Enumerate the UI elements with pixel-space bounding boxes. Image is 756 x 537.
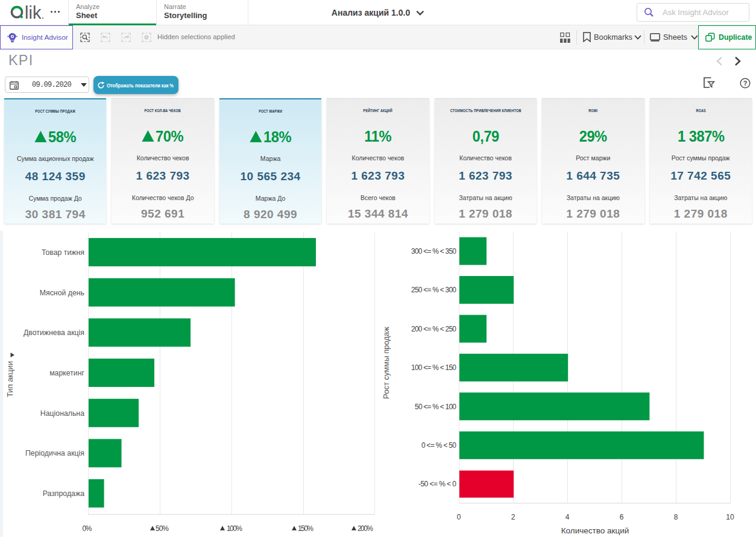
svg-text:Національна: Національна	[40, 409, 84, 418]
svg-text:0%: 0%	[83, 524, 92, 533]
svg-text:150%: 150%	[298, 524, 313, 533]
svg-text:250 <= % < 300: 250 <= % < 300	[411, 286, 456, 294]
svg-text:Разпродажа: Разпродажа	[43, 489, 84, 498]
svg-text:Мясной день: Мясной день	[40, 289, 84, 297]
svg-text:200%: 200%	[358, 524, 373, 533]
svg-text:2: 2	[511, 513, 515, 521]
svg-text:100 <= % < 150: 100 <= % < 150	[411, 363, 456, 372]
svg-text:?: ?	[743, 80, 748, 87]
svg-text:50 <= % < 100: 50 <= % < 100	[415, 403, 456, 411]
svg-text:100%: 100%	[227, 524, 242, 533]
svg-text:Количество акций: Количество акций	[561, 526, 629, 535]
svg-text:Товар тижня: Товар тижня	[42, 248, 84, 257]
svg-text:10: 10	[726, 513, 734, 521]
svg-text:6: 6	[620, 513, 624, 521]
svg-text:0: 0	[457, 513, 461, 521]
svg-text:маркетинг: маркетинг	[49, 369, 84, 377]
svg-text:50%: 50%	[156, 524, 169, 533]
svg-text:300 <= % < 350: 300 <= % < 350	[411, 247, 456, 256]
svg-text:-50 <= % < 0: -50 <= % < 0	[418, 480, 456, 488]
svg-text:Тип акции: Тип акции	[5, 361, 14, 397]
svg-text:0 <= % < 50: 0 <= % < 50	[421, 441, 456, 450]
svg-text:Періодична акція: Періодична акція	[25, 449, 84, 457]
svg-text:200 <= % < 250: 200 <= % < 250	[411, 325, 456, 333]
svg-text:Двотижнева акція: Двотижнева акція	[24, 328, 84, 337]
svg-text:Рост суммы продаж: Рост суммы продаж	[382, 327, 391, 399]
svg-text:lik: lik	[25, 3, 42, 22]
svg-text:4: 4	[565, 513, 570, 521]
svg-text:8: 8	[674, 513, 678, 521]
